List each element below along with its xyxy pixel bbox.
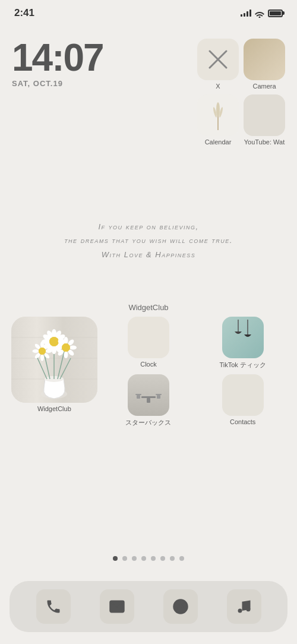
- svg-rect-52: [141, 396, 156, 398]
- app-icon-img-youtube: [244, 94, 285, 136]
- svg-point-31: [40, 342, 44, 348]
- svg-point-29: [49, 337, 59, 346]
- page-dot-4[interactable]: [151, 556, 156, 561]
- battery-icon: [268, 10, 283, 17]
- page-dot-5[interactable]: [160, 556, 165, 561]
- app-label-starbucks: スターバックス: [125, 418, 171, 427]
- starbucks-app-img: [128, 374, 169, 416]
- svg-point-33: [45, 349, 52, 353]
- app-icon-youtube[interactable]: YouTube: Wat: [244, 94, 285, 146]
- status-time: 2:41: [14, 7, 34, 19]
- clock-app[interactable]: Clock: [104, 317, 194, 370]
- widgetclub-large[interactable]: WidgetClub: [10, 317, 99, 427]
- svg-point-37: [32, 349, 39, 353]
- app-label-youtube: YouTube: Wat: [244, 138, 285, 146]
- clock-time: 14:07: [12, 39, 190, 77]
- page-dot-7[interactable]: [179, 556, 184, 561]
- svg-point-62: [246, 607, 250, 611]
- clock-widget: 14:07 Sat, Oct.19: [12, 33, 190, 94]
- page-dot-1[interactable]: [122, 556, 127, 561]
- app-icon-camera[interactable]: Camera: [244, 39, 285, 90]
- tiktok-app-img: [222, 317, 264, 358]
- app-icon-x[interactable]: X: [197, 39, 239, 90]
- contacts-app[interactable]: Contacts: [198, 374, 287, 427]
- status-bar: 2:41: [0, 0, 297, 24]
- page-dots: [0, 556, 297, 561]
- app-icon-img-calendar: [197, 94, 239, 136]
- svg-point-39: [39, 348, 46, 355]
- svg-point-61: [238, 609, 242, 613]
- svg-point-35: [40, 355, 44, 361]
- top-section: 14:07 Sat, Oct.19 X Camera: [0, 33, 297, 146]
- svg-rect-54: [135, 394, 141, 395]
- top-apps-grid: X Camera: [197, 33, 285, 146]
- widget-club-label: WidgetClub: [128, 303, 168, 312]
- status-icons: [241, 10, 283, 17]
- phone-dock-icon[interactable]: [36, 589, 71, 624]
- svg-rect-57: [157, 395, 160, 399]
- svg-point-49: [62, 343, 70, 352]
- app-label-contacts: Contacts: [230, 418, 255, 425]
- svg-point-43: [69, 346, 77, 350]
- bottom-app-grid: WidgetClub Clock: [0, 317, 297, 427]
- app-label-calendar: Calendar: [205, 138, 232, 146]
- svg-point-41: [64, 337, 68, 344]
- music-dock-icon[interactable]: [227, 589, 261, 624]
- app-label-tiktok: TikTok ティック: [219, 361, 266, 370]
- page-dot-2[interactable]: [132, 556, 137, 561]
- mail-dock-icon[interactable]: [100, 589, 134, 624]
- page-dot-0[interactable]: [113, 556, 118, 561]
- app-icon-calendar[interactable]: Calendar: [197, 94, 239, 146]
- clock-date: Sat, Oct.19: [12, 79, 190, 88]
- contacts-app-img: [222, 374, 264, 416]
- app-icon-img-camera: [244, 39, 285, 80]
- svg-rect-53: [147, 398, 150, 403]
- svg-point-45: [64, 351, 68, 358]
- safari-dock-icon[interactable]: [163, 589, 198, 624]
- page-dot-6[interactable]: [170, 556, 175, 561]
- second-widget-section: WidgetClub: [0, 303, 297, 427]
- app-label-widgetclub-large: WidgetClub: [37, 405, 71, 412]
- svg-rect-56: [156, 394, 162, 395]
- wifi-icon: [255, 10, 264, 17]
- svg-point-47: [55, 346, 62, 350]
- quote-widget: If you keep on believing, the dreams tha…: [0, 220, 297, 261]
- app-label-camera: Camera: [252, 83, 276, 90]
- quote-text: If you keep on believing, the dreams tha…: [24, 220, 273, 261]
- starbucks-app[interactable]: スターバックス: [104, 374, 194, 427]
- clock-app-img: [128, 317, 169, 358]
- signal-icon: [241, 10, 251, 17]
- widgetclub-large-img: [11, 317, 97, 403]
- app-icon-img-x: [197, 39, 239, 80]
- page-dot-3[interactable]: [141, 556, 146, 561]
- app-label-clock: Clock: [140, 361, 157, 368]
- dock: [10, 581, 287, 632]
- svg-point-1: [216, 102, 220, 116]
- tiktok-app[interactable]: TikTok ティック: [198, 317, 287, 370]
- svg-rect-55: [137, 395, 140, 399]
- app-label-x: X: [216, 83, 220, 90]
